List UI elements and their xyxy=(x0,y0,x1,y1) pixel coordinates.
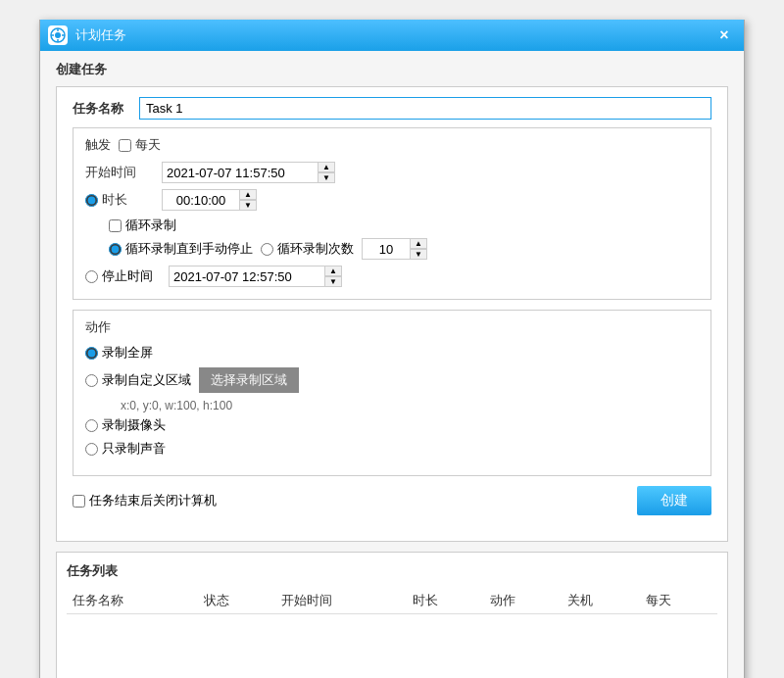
main-window: 计划任务 × 创建任务 任务名称 触发 每天 xyxy=(39,20,745,678)
shutdown-label: 任务结束后关闭计算机 xyxy=(89,492,217,509)
record-custom-row: 录制自定义区域 选择录制区域 xyxy=(85,367,699,393)
task-name-label: 任务名称 xyxy=(73,100,131,118)
task-list-box: 任务列表 任务名称 状态 开始时间 时长 动作 关机 每天 xyxy=(56,552,728,678)
record-audio-radio[interactable] xyxy=(85,443,98,456)
actions-group: 动作 录制全屏 录制自定义区域 选择录制区域 x:0, y:0, xyxy=(73,310,711,476)
close-button[interactable]: × xyxy=(712,24,736,47)
duration-radio-label[interactable]: 时长 xyxy=(85,191,154,209)
duration-radio[interactable] xyxy=(85,194,98,207)
trigger-group: 触发 每天 开始时间 ▲ ▼ xyxy=(73,127,711,300)
start-time-label: 开始时间 xyxy=(85,164,154,181)
col-shutdown: 关机 xyxy=(562,588,639,614)
col-task-name: 任务名称 xyxy=(67,588,198,614)
select-region-button[interactable]: 选择录制区域 xyxy=(199,367,299,393)
start-time-row: 开始时间 ▲ ▼ xyxy=(85,162,699,183)
record-fullscreen-label[interactable]: 录制全屏 xyxy=(85,344,153,362)
start-time-up-btn[interactable]: ▲ xyxy=(318,162,335,172)
record-camera-text: 录制摄像头 xyxy=(102,416,166,434)
start-time-down-btn[interactable]: ▼ xyxy=(318,172,335,183)
loop-count-spinner-btns: ▲ ▼ xyxy=(410,238,427,260)
task-table-header-row: 任务名称 状态 开始时间 时长 动作 关机 每天 xyxy=(67,588,717,614)
actions-legend: 动作 xyxy=(85,318,699,336)
stop-time-radio[interactable] xyxy=(85,270,98,283)
task-name-input[interactable] xyxy=(139,97,711,120)
everyday-checkbox-label[interactable]: 每天 xyxy=(119,136,161,154)
loop-until-stop-text: 循环录制直到手动停止 xyxy=(125,240,253,258)
bottom-row: 任务结束后关闭计算机 创建 xyxy=(73,486,711,515)
record-fullscreen-text: 录制全屏 xyxy=(102,344,153,362)
record-audio-row: 只录制声音 xyxy=(85,440,699,458)
loop-count-radio[interactable] xyxy=(261,243,273,256)
record-camera-row: 录制摄像头 xyxy=(85,416,699,434)
col-everyday: 每天 xyxy=(640,588,717,614)
loop-count-label[interactable]: 循环录制次数 xyxy=(261,240,354,258)
loop-count-up-btn[interactable]: ▲ xyxy=(410,238,427,249)
loop-until-stop-label[interactable]: 循环录制直到手动停止 xyxy=(109,240,253,258)
stop-time-up-btn[interactable]: ▲ xyxy=(324,266,342,276)
stop-time-spinner: ▲ ▼ xyxy=(169,266,342,287)
duration-up-btn[interactable]: ▲ xyxy=(239,189,257,200)
start-time-spinner-btns: ▲ ▼ xyxy=(318,162,335,183)
duration-row: 时长 ▲ ▼ xyxy=(85,189,699,211)
start-time-spinner: ▲ ▼ xyxy=(162,162,335,183)
record-audio-text: 只录制声音 xyxy=(102,440,166,458)
stop-time-row: 停止时间 ▲ ▼ xyxy=(85,266,699,287)
loop-until-stop-radio[interactable] xyxy=(109,243,122,256)
loop-count-down-btn[interactable]: ▼ xyxy=(410,249,427,260)
stop-time-input[interactable] xyxy=(169,266,325,287)
start-time-input[interactable] xyxy=(162,162,318,183)
loop-checkbox[interactable] xyxy=(109,219,122,232)
task-table-header: 任务名称 状态 开始时间 时长 动作 关机 每天 xyxy=(67,588,717,614)
loop-count-input[interactable] xyxy=(362,238,411,260)
task-table: 任务名称 状态 开始时间 时长 动作 关机 每天 xyxy=(67,588,717,678)
record-audio-label[interactable]: 只录制声音 xyxy=(85,440,166,458)
col-start-time: 开始时间 xyxy=(275,588,407,614)
content-area: 创建任务 任务名称 触发 每天 开始时间 xyxy=(40,51,744,678)
stop-time-label: 停止时间 xyxy=(102,267,153,285)
duration-spinner-btns: ▲ ▼ xyxy=(239,189,257,211)
duration-down-btn[interactable]: ▼ xyxy=(239,200,257,211)
loop-count-spinner: ▲ ▼ xyxy=(362,238,427,260)
create-button[interactable]: 创建 xyxy=(637,486,711,515)
task-name-row: 任务名称 xyxy=(73,97,711,120)
loop-sub-row: 循环录制直到手动停止 循环录制次数 ▲ ▼ xyxy=(109,238,699,260)
everyday-label: 每天 xyxy=(135,136,161,154)
record-custom-radio[interactable] xyxy=(85,374,98,387)
shutdown-checkbox[interactable] xyxy=(73,495,85,508)
col-action: 动作 xyxy=(484,588,562,614)
loop-checkbox-label[interactable]: 循环录制 xyxy=(109,217,699,234)
window-title: 计划任务 xyxy=(75,26,712,44)
record-camera-label[interactable]: 录制摄像头 xyxy=(85,416,166,434)
shutdown-checkbox-label[interactable]: 任务结束后关闭计算机 xyxy=(73,492,217,509)
create-task-box: 任务名称 触发 每天 开始时间 xyxy=(56,86,728,542)
loop-label: 循环录制 xyxy=(125,217,176,234)
app-icon xyxy=(48,25,68,45)
record-custom-label[interactable]: 录制自定义区域 xyxy=(85,371,191,389)
record-camera-radio[interactable] xyxy=(85,419,98,432)
record-custom-text: 录制自定义区域 xyxy=(102,371,191,389)
loop-options: 循环录制 循环录制直到手动停止 循环录制次数 xyxy=(109,217,699,260)
trigger-label: 触发 xyxy=(85,136,111,154)
svg-point-1 xyxy=(55,32,61,38)
col-status: 状态 xyxy=(198,588,275,614)
stop-time-down-btn[interactable]: ▼ xyxy=(324,276,342,287)
duration-spinner: ▲ ▼ xyxy=(162,189,257,211)
stop-time-radio-label[interactable]: 停止时间 xyxy=(85,267,153,285)
everyday-checkbox[interactable] xyxy=(119,139,131,152)
task-table-body xyxy=(67,614,717,679)
stop-time-spinner-btns: ▲ ▼ xyxy=(324,266,342,287)
duration-label: 时长 xyxy=(102,191,127,209)
record-fullscreen-row: 录制全屏 xyxy=(85,344,699,362)
record-fullscreen-radio[interactable] xyxy=(85,347,98,360)
col-duration: 时长 xyxy=(407,588,484,614)
duration-input[interactable] xyxy=(162,189,240,211)
create-task-header: 创建任务 xyxy=(56,61,728,78)
trigger-legend: 触发 每天 xyxy=(85,136,699,154)
region-hint: x:0, y:0, w:100, h:100 xyxy=(121,399,699,412)
titlebar: 计划任务 × xyxy=(40,20,744,51)
task-list-header: 任务列表 xyxy=(67,562,717,580)
loop-count-text: 循环录制次数 xyxy=(277,240,354,258)
